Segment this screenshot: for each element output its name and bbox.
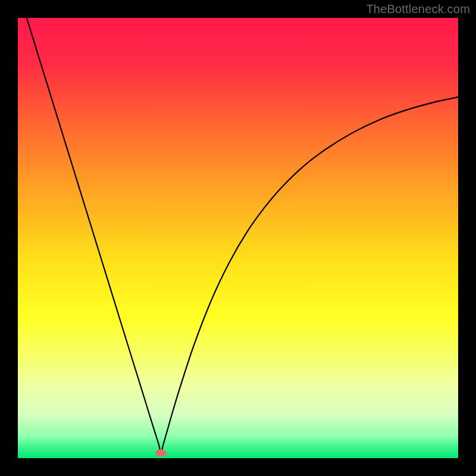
- gradient-background: [18, 18, 458, 458]
- chart-svg: [18, 18, 458, 458]
- minimum-marker: [156, 449, 167, 456]
- watermark-label: TheBottleneck.com: [366, 2, 470, 16]
- plot-area: [18, 18, 458, 458]
- chart-frame: TheBottleneck.com: [0, 0, 476, 476]
